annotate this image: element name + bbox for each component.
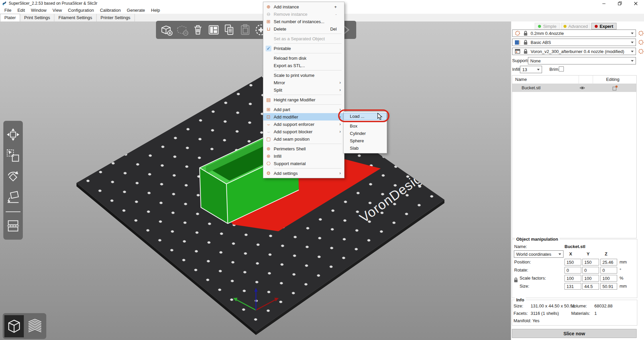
menu-item-label: Perimeters Shell bbox=[274, 146, 339, 151]
chevron-down-icon bbox=[558, 253, 561, 255]
scale-factors-x-field[interactable]: 100 bbox=[565, 275, 581, 282]
preset-label: Basic ABS bbox=[531, 40, 551, 45]
menu-item-split[interactable]: Split› bbox=[263, 86, 344, 94]
brim-checkbox[interactable] bbox=[559, 66, 564, 71]
viewport-3d[interactable]: VoronDesign bbox=[0, 21, 511, 340]
row-label-position: Position: bbox=[514, 259, 531, 264]
menubar-item-generate[interactable]: Generate bbox=[124, 7, 148, 14]
menu-item-label: Reload from disk bbox=[274, 56, 339, 61]
menu-item-set-number-of-instances[interactable]: ⊞Set number of instances... bbox=[263, 18, 344, 25]
menu-item-perimeters-shell[interactable]: ⊛Perimeters Shell bbox=[263, 145, 344, 152]
submenu-arrow-icon: › bbox=[339, 88, 344, 92]
submenu-item-box[interactable]: Box bbox=[343, 123, 387, 130]
mode-button-advanced[interactable]: Advanced bbox=[561, 23, 590, 30]
menubar-item-configuration[interactable]: Configuration bbox=[65, 7, 97, 14]
restore-icon[interactable] bbox=[614, 0, 626, 7]
menu-item-add-support-blocker[interactable]: ⌣Add support blocker› bbox=[263, 128, 344, 135]
menu-item-printable[interactable]: ✓Printable bbox=[263, 45, 344, 52]
layers-view-icon[interactable] bbox=[25, 315, 45, 337]
slice-now-button[interactable]: Slice now bbox=[512, 329, 637, 338]
object-row-bucket[interactable]: Bucket.stl bbox=[512, 84, 636, 92]
mode-button-simple[interactable]: Simple bbox=[535, 23, 560, 30]
rotate-x-field[interactable]: 0 bbox=[565, 267, 581, 274]
menu-item-label: Scale to print volume bbox=[274, 73, 339, 78]
infill-combo[interactable]: 13 bbox=[520, 66, 542, 73]
filament-preset-combo[interactable]: Basic ABS bbox=[512, 39, 636, 46]
uniform-scale-lock-icon[interactable] bbox=[514, 277, 518, 283]
menu-item-label: Infill bbox=[274, 154, 339, 159]
scene-canvas: VoronDesign bbox=[0, 21, 511, 340]
rotate-icon[interactable] bbox=[6, 169, 20, 184]
delete-icon: ⊔ bbox=[263, 25, 274, 33]
place-on-face-icon[interactable] bbox=[6, 190, 20, 205]
menu-item-add-settings[interactable]: ⚙Add settings› bbox=[263, 169, 344, 177]
close-icon[interactable] bbox=[630, 0, 641, 7]
menu-item-add-instance[interactable]: ⊕Add instance+ bbox=[263, 3, 344, 10]
menubar-item-edit[interactable]: Edit bbox=[14, 7, 28, 14]
print-settings-preset-combo[interactable]: 0.2mm 0.4nozzle bbox=[512, 30, 636, 37]
scale-icon[interactable] bbox=[6, 148, 20, 163]
advanced-mode-dot-icon bbox=[564, 25, 567, 28]
menu-item-export-as-stl[interactable]: Export as STL... bbox=[263, 62, 344, 69]
eye-icon[interactable] bbox=[579, 85, 585, 91]
menu-item-set-as-a-separated-object: Set as a Separated Object bbox=[263, 35, 344, 42]
rotate-y-field[interactable]: 0 bbox=[582, 267, 599, 274]
panel-title: Object manipulation bbox=[515, 237, 559, 242]
scale-factors-y-field[interactable]: 100 bbox=[582, 275, 599, 282]
size-z-field[interactable]: 50.91 bbox=[600, 283, 617, 290]
cut-icon[interactable] bbox=[6, 218, 20, 233]
add-instance-icon: ⊕ bbox=[263, 3, 274, 10]
menu-item-add-part[interactable]: ⊞Add part› bbox=[263, 106, 344, 113]
print-settings-gear-icon[interactable] bbox=[638, 30, 644, 36]
menu-item-reload-from-disk[interactable]: Reload from disk bbox=[263, 54, 344, 62]
menu-item-label: Export as STL... bbox=[274, 63, 339, 68]
arrange-icon[interactable] bbox=[207, 23, 221, 37]
menu-item-label: Split bbox=[274, 88, 339, 93]
menu-item-mirror[interactable]: Mirror› bbox=[263, 79, 344, 86]
3d-view-icon[interactable] bbox=[4, 315, 24, 337]
menu-item-scale-to-print-volume[interactable]: Scale to print volume bbox=[263, 71, 344, 79]
tab-filament-settings[interactable]: Filament Settings bbox=[54, 14, 96, 21]
position-z-field[interactable]: 25.46 bbox=[600, 259, 617, 265]
menubar-item-file[interactable]: File bbox=[1, 7, 14, 14]
tab-printer-settings[interactable]: Printer Settings bbox=[97, 14, 135, 21]
coordinates-combo[interactable]: World coordinates bbox=[514, 250, 564, 258]
add-object-icon[interactable] bbox=[159, 23, 173, 37]
size-y-field[interactable]: 44.5 bbox=[582, 283, 599, 290]
mode-button-expert[interactable]: Expert bbox=[591, 23, 616, 30]
tab-print-settings[interactable]: Print Settings bbox=[20, 14, 54, 21]
menu-item-height-range-modifier[interactable]: ▤Height range Modifier bbox=[263, 96, 344, 103]
position-x-field[interactable]: 150 bbox=[565, 259, 581, 265]
rotate-z-field[interactable]: 0 bbox=[600, 267, 617, 274]
submenu-item-sphere[interactable]: Sphere bbox=[343, 137, 387, 145]
size-x-field[interactable]: 131 bbox=[565, 283, 581, 290]
menu-item-support-material[interactable]: ⎔Support material bbox=[263, 160, 344, 167]
minimize-icon[interactable] bbox=[598, 0, 609, 7]
printer-gear-icon[interactable] bbox=[638, 48, 644, 54]
position-y-field[interactable]: 150 bbox=[582, 259, 599, 265]
delete-all-icon[interactable] bbox=[191, 23, 205, 37]
tab-plater[interactable]: Plater bbox=[0, 14, 20, 22]
menubar-item-window[interactable]: Window bbox=[28, 7, 49, 14]
menu-item-add-support-enforcer[interactable]: ⌣Add support enforcer› bbox=[263, 120, 344, 128]
menu-item-infill[interactable]: ⊛Infill bbox=[263, 152, 344, 160]
menu-item-add-modifier[interactable]: ⊡Add modifier› bbox=[263, 113, 344, 120]
mode-label: Advanced bbox=[569, 24, 588, 29]
menu-item-delete[interactable]: ⊔DeleteDel bbox=[263, 25, 344, 33]
menu-item-label: Add seam position bbox=[274, 137, 339, 142]
menu-item-add-seam-position[interactable]: ▢Add seam position bbox=[263, 135, 344, 143]
menubar-item-calibration[interactable]: Calibration bbox=[97, 7, 124, 14]
filament-gear-icon[interactable] bbox=[638, 39, 644, 45]
editing-icon[interactable] bbox=[612, 85, 618, 91]
printer-preset-combo[interactable]: Voron_v2_300_afterburner 0.4 nozzle (mod… bbox=[512, 48, 636, 55]
menubar-item-help[interactable]: Help bbox=[148, 7, 163, 14]
menubar-item-view[interactable]: View bbox=[50, 7, 65, 14]
submenu-item-cylinder[interactable]: Cylinder bbox=[343, 130, 387, 137]
set-instances-icon: ⊞ bbox=[263, 18, 274, 25]
scale-factors-z-field[interactable]: 100 bbox=[600, 275, 617, 282]
copy-icon[interactable] bbox=[222, 23, 236, 37]
submenu-item-slab[interactable]: Slab bbox=[343, 145, 387, 152]
slice-now-label: Slice now bbox=[564, 331, 585, 336]
move-icon[interactable] bbox=[6, 127, 20, 142]
supports-combo[interactable]: None bbox=[528, 57, 636, 64]
